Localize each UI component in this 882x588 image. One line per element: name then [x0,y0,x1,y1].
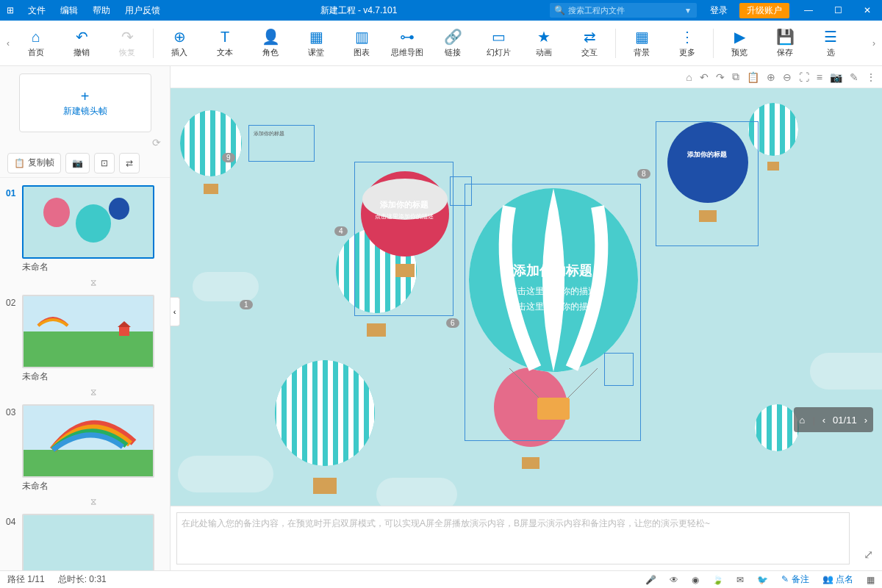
toolbar-背景[interactable]: ▦背景 [619,23,664,64]
balloon-decor [266,360,384,506]
status-msg-icon[interactable]: ✉ [736,575,744,585]
notes-textarea[interactable] [176,512,850,564]
toolbar-思维导图[interactable]: ⊶思维导图 [384,23,430,64]
minimize-button[interactable]: — [794,5,823,15]
canvas-main-desc2[interactable]: 点击这里添加你的描述 [465,301,640,313]
red-balloon-desc: 点击这里添加你的描述 [355,212,453,220]
toolbar-角色[interactable]: 👤角色 [248,23,293,64]
status-dianming[interactable]: 👥 点名 [822,573,853,586]
close-button[interactable]: ✕ [853,5,882,15]
menu-file[interactable]: 文件 [21,4,53,17]
paste-icon[interactable]: 📋 [747,71,759,83]
page-home-icon[interactable]: ⌂ [800,415,806,426]
new-frame-label: 新建镜头帧 [63,105,107,118]
fit-icon[interactable]: ⛶ [799,71,809,83]
svg-rect-34 [699,210,717,222]
zoom-out-icon[interactable]: ⊖ [783,71,792,83]
status-eye-icon[interactable]: 👁 [670,575,678,585]
toolbar-scroll-right[interactable]: › [869,38,879,49]
svg-rect-22 [767,162,779,171]
toolbar-链接[interactable]: 🔗链接 [430,23,476,64]
svg-rect-27 [395,264,415,277]
toolbar-恢复[interactable]: ↷恢复 [104,23,150,64]
frame-badge-6: 6 [446,318,459,328]
toolbar-图表[interactable]: ▥图表 [339,23,384,64]
svg-point-16 [275,360,375,466]
toolbar-文本[interactable]: T文本 [202,23,248,64]
toolbar-icon: ▶ [734,28,745,46]
toolbar-动画[interactable]: ★动画 [521,23,567,64]
login-link[interactable]: 登录 [703,4,735,17]
toolbar-scroll-left[interactable]: ‹ [3,38,13,49]
page-prev-icon[interactable]: ‹ [822,415,825,426]
toolbar-更多[interactable]: ⋮更多 [664,23,710,64]
toolbar-保存[interactable]: 💾保存 [762,23,808,64]
toolbar-插入[interactable]: ⊕插入 [157,23,202,64]
toolbar-icon: ▥ [355,28,369,46]
frame-item-04[interactable]: 04⧖ [0,511,170,570]
align-icon[interactable]: ≡ [817,71,822,83]
collapse-panel-button[interactable]: ‹ [171,297,180,326]
copy-icon[interactable]: ⧉ [732,71,739,83]
toolbar-幻灯片[interactable]: ▭幻灯片 [476,23,521,64]
toolbar-撤销[interactable]: ↶撤销 [59,23,104,64]
status-remark[interactable]: ✎ 备注 [781,573,808,586]
copy-frame-button[interactable]: 📋 复制帧 [7,153,61,173]
frame-box-main[interactable]: 添加你的标题 点击这里添加你的描述 点击这里添加你的描述 [465,184,641,441]
cloud-shape [193,272,259,301]
more-icon[interactable]: ⋮ [866,71,876,83]
frame-item-03[interactable]: 03未命名⧖ [0,401,170,511]
frame-badge-8: 8 [637,169,650,179]
status-grid-icon[interactable]: ▦ [867,575,875,585]
zoom-in-icon[interactable]: ⊕ [767,71,775,83]
status-mic-icon[interactable]: 🎤 [645,575,656,585]
menu-help[interactable]: 帮助 [85,4,118,17]
svg-rect-17 [313,478,337,494]
canvas[interactable]: 添加你的标题 点击这里添加你的描述 4 添加你的标题 9 1 添加你的标题 点击… [171,88,882,506]
frame-box-9[interactable]: 添加你的标题 [248,125,315,162]
new-frame-button[interactable]: + 新建镜头帧 [19,74,151,132]
status-dot-icon[interactable]: ◉ [692,575,699,585]
swap-tool[interactable]: ⇄ [119,153,140,173]
toolbar-icon: ⌂ [32,28,40,46]
scan-tool[interactable]: ⊡ [94,153,115,173]
page-navigator: ⌂ | ‹ 01/11 › [794,407,873,432]
canvas-area: ⌂ ↶ ↷ ⧉ 📋 ⊕ ⊖ ⛶ ≡ 📷 ✎ ⋮ [171,66,882,570]
maximize-button[interactable]: ☐ [823,5,853,15]
expand-notes-icon[interactable]: ⤢ [864,548,873,562]
menu-edit[interactable]: 编辑 [53,4,85,17]
canvas-main-title[interactable]: 添加你的标题 [465,262,640,279]
frame-box-4[interactable]: 添加你的标题 点击这里添加你的描述 [354,162,453,316]
svg-line-32 [568,368,598,398]
status-bird-icon[interactable]: 🐦 [757,575,768,585]
search-box[interactable]: 🔍 ▾ [550,3,697,18]
toolbar-交互[interactable]: ⇄交互 [567,23,612,64]
home-icon[interactable]: ⌂ [686,71,692,83]
chevron-down-icon[interactable]: ▾ [686,5,690,15]
frame-item-01[interactable]: 01未命名⧖ [0,182,170,292]
main-area: + 新建镜头帧 ⟳ 📋 复制帧 📷 ⊡ ⇄ 01未命名⧖02未命名⧖03未命名⧖… [0,66,882,570]
toolbar-选[interactable]: ☰选 [808,23,853,64]
toolbar-课堂[interactable]: ▦课堂 [293,23,339,64]
frame-box-tiny[interactable] [604,353,634,386]
canvas-main-desc1[interactable]: 点击这里添加你的描述 [465,285,640,298]
frame-badge-9: 9 [222,153,235,162]
rotate-left-icon[interactable]: ↶ [700,71,709,83]
camera-tool[interactable]: 📷 [65,153,90,173]
upgrade-button[interactable]: 升级账户 [739,3,789,18]
search-input[interactable] [568,6,686,15]
frame-box-small[interactable] [450,176,472,206]
frame-box-8[interactable]: 添加你的标题 [656,121,759,246]
toolbar-预览[interactable]: ▶预览 [717,23,762,64]
cloud-shape [178,456,273,492]
edit-icon[interactable]: ✎ [850,71,858,83]
svg-point-1 [43,198,70,227]
rotate-right-icon[interactable]: ↷ [716,71,725,83]
balloon-decor [174,110,248,213]
menu-feedback[interactable]: 用户反馈 [118,4,168,17]
toolbar-首页[interactable]: ⌂首页 [13,23,59,64]
capture-icon[interactable]: 📷 [830,71,842,83]
status-leaf-icon[interactable]: 🍃 [712,575,723,585]
page-next-icon[interactable]: › [864,415,867,426]
frame-item-02[interactable]: 02未命名⧖ [0,292,170,401]
